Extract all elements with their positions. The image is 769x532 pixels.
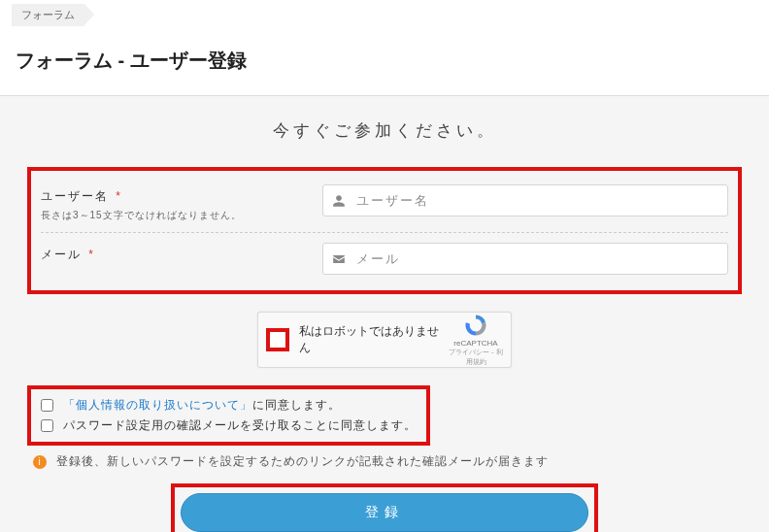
join-message: 今すぐご参加ください。 [27, 119, 742, 142]
username-help: 長さは3～15文字でなければなりません。 [41, 209, 322, 222]
email-label-wrap: メール * [41, 243, 322, 263]
consent-privacy-text: 「個人情報の取り扱いについて」に同意します。 [63, 397, 341, 414]
breadcrumb-item-forum[interactable]: フォーラム [12, 4, 84, 26]
email-input-wrap [322, 243, 728, 275]
recaptcha-box: 私はロボットではありません reCAPTCHA プライバシー - 利用規約 [257, 312, 512, 368]
recaptcha-brand-block: reCAPTCHA プライバシー - 利用規約 [449, 313, 503, 367]
privacy-suffix: に同意します。 [252, 398, 341, 412]
privacy-policy-link[interactable]: 「個人情報の取り扱いについて」 [63, 398, 252, 412]
breadcrumb: フォーラム [0, 0, 769, 30]
username-label-wrap: ユーザー名 * 長さは3～15文字でなければなりません。 [41, 184, 322, 222]
required-mark: * [88, 248, 95, 261]
username-input[interactable] [322, 184, 728, 216]
recaptcha-checkbox[interactable] [266, 328, 289, 351]
user-icon [332, 194, 346, 208]
consent-passwordmail-checkbox[interactable] [41, 419, 53, 432]
register-button[interactable]: 登録 [181, 493, 588, 532]
recaptcha-icon [463, 313, 488, 338]
fields-highlight: ユーザー名 * 長さは3～15文字でなければなりません。 メール * [27, 167, 742, 294]
field-row-username: ユーザー名 * 長さは3～15文字でなければなりません。 [41, 175, 728, 232]
captcha-row: 私はロボットではありません reCAPTCHA プライバシー - 利用規約 [27, 312, 742, 368]
recaptcha-brand: reCAPTCHA [453, 339, 497, 348]
submit-highlight: 登録 [171, 483, 598, 532]
required-mark: * [116, 189, 122, 203]
consent-passwordmail-text: パスワード設定用の確認メールを受け取ることに同意します。 [63, 417, 417, 434]
info-row: i 登録後、新しいパスワードを設定するためのリンクが記載された確認メールが届きま… [27, 449, 742, 483]
registration-panel: 今すぐご参加ください。 ユーザー名 * 長さは3～15文字でなければなりません。… [0, 95, 769, 532]
email-input[interactable] [322, 243, 728, 275]
consent-highlight: 「個人情報の取り扱いについて」に同意します。 パスワード設定用の確認メールを受け… [27, 385, 430, 446]
submit-wrap: 登録 [27, 483, 742, 532]
info-icon: i [33, 455, 47, 469]
email-label: メール [41, 248, 82, 261]
recaptcha-label: 私はロボットではありません [299, 323, 449, 356]
mail-icon [332, 252, 346, 266]
consent-privacy-row[interactable]: 「個人情報の取り扱いについて」に同意します。 [41, 395, 417, 416]
recaptcha-terms: プライバシー - 利用規約 [449, 348, 503, 367]
breadcrumb-label: フォーラム [21, 9, 75, 20]
username-label: ユーザー名 [41, 189, 109, 203]
consent-privacy-checkbox[interactable] [41, 399, 53, 412]
page-title: フォーラム - ユーザー登録 [0, 30, 769, 95]
consent-passwordmail-row[interactable]: パスワード設定用の確認メールを受け取ることに同意します。 [41, 416, 417, 436]
username-input-wrap [322, 184, 728, 216]
info-text: 登録後、新しいパスワードを設定するためのリンクが記載された確認メールが届きます [56, 453, 549, 470]
field-row-email: メール * [41, 232, 728, 284]
